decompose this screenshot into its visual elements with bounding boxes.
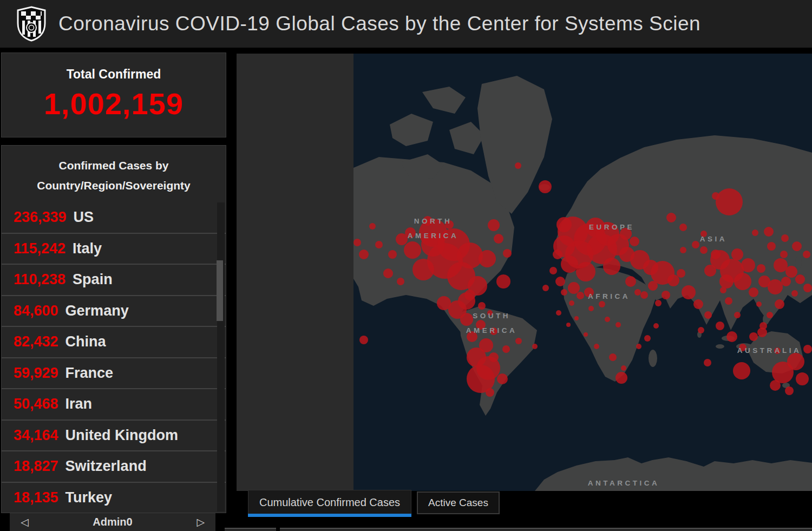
case-dot[interactable]	[795, 274, 805, 284]
country-row[interactable]: 50,468Iran	[2, 389, 226, 421]
case-dot[interactable]	[770, 380, 781, 391]
case-dot[interactable]	[568, 282, 580, 294]
case-dot[interactable]	[553, 250, 562, 259]
case-dot[interactable]	[588, 306, 594, 311]
case-dot[interactable]	[359, 336, 368, 344]
case-dot[interactable]	[397, 278, 404, 285]
case-dot[interactable]	[679, 224, 687, 231]
country-row[interactable]: 115,242Italy	[2, 234, 226, 265]
list-scrollbar-track[interactable]	[217, 202, 225, 512]
case-dot[interactable]	[515, 338, 522, 344]
case-dot[interactable]	[693, 299, 703, 309]
case-dot[interactable]	[496, 274, 510, 289]
case-dot[interactable]	[464, 290, 475, 300]
case-dot[interactable]	[369, 223, 376, 230]
case-dot[interactable]	[615, 322, 621, 327]
pager-next-icon[interactable]: ▷	[197, 517, 205, 527]
case-dot[interactable]	[719, 274, 734, 289]
list-scrollbar-thumb[interactable]	[217, 260, 223, 321]
case-dot[interactable]	[539, 180, 552, 193]
country-row[interactable]: 236,339US	[2, 202, 226, 234]
case-dot[interactable]	[615, 372, 627, 384]
case-dot[interactable]	[716, 322, 724, 330]
case-dot[interactable]	[479, 250, 496, 267]
case-dot[interactable]	[503, 249, 512, 258]
case-dot[interactable]	[698, 327, 704, 333]
case-dot[interactable]	[494, 234, 503, 244]
case-dot[interactable]	[752, 230, 758, 236]
case-dot[interactable]	[662, 291, 670, 299]
case-dot[interactable]	[375, 241, 383, 248]
case-dot[interactable]	[725, 297, 732, 305]
case-dot[interactable]	[486, 388, 494, 397]
case-dot[interactable]	[460, 313, 473, 326]
case-dot[interactable]	[497, 373, 508, 384]
case-dot[interactable]	[711, 250, 721, 259]
case-dot[interactable]	[388, 250, 397, 259]
case-dot[interactable]	[803, 251, 810, 258]
case-dot[interactable]	[775, 299, 784, 309]
case-dot[interactable]	[621, 365, 626, 371]
case-dot[interactable]	[792, 241, 802, 251]
case-dot[interactable]	[359, 250, 369, 259]
case-dot[interactable]	[383, 268, 393, 278]
case-dot[interactable]	[574, 316, 579, 320]
case-dot[interactable]	[549, 267, 557, 274]
case-dot[interactable]	[412, 259, 434, 280]
case-dot[interactable]	[781, 277, 791, 286]
pager-prev-icon[interactable]: ◁	[21, 517, 29, 527]
case-dot[interactable]	[734, 312, 741, 318]
case-dot[interactable]	[577, 292, 584, 299]
case-dot[interactable]	[584, 332, 588, 337]
case-dot[interactable]	[764, 227, 774, 237]
case-dot[interactable]	[566, 323, 571, 327]
case-dot[interactable]	[648, 281, 658, 291]
case-dot[interactable]	[704, 311, 712, 319]
case-dot[interactable]	[644, 335, 651, 342]
case-dot[interactable]	[731, 248, 743, 260]
case-dot[interactable]	[576, 262, 595, 281]
country-row[interactable]: 18,135Turkey	[2, 483, 226, 513]
case-dot[interactable]	[594, 344, 599, 349]
case-dot[interactable]	[636, 344, 641, 349]
case-dot[interactable]	[489, 352, 499, 362]
case-dot[interactable]	[478, 302, 486, 310]
case-dot[interactable]	[609, 353, 617, 361]
case-dot[interactable]	[774, 258, 788, 272]
country-row[interactable]: 82,432China	[2, 327, 226, 358]
case-dot[interactable]	[741, 258, 755, 272]
case-dot[interactable]	[781, 234, 789, 242]
case-dot[interactable]	[561, 289, 567, 296]
case-dot[interactable]	[791, 290, 798, 297]
case-dot[interactable]	[680, 247, 686, 253]
tab-active-cases[interactable]: Active Cases	[417, 491, 500, 514]
country-row[interactable]: 34,164United Kingdom	[2, 421, 226, 452]
case-dot[interactable]	[542, 285, 549, 291]
tab-cumulative-confirmed-cases[interactable]: Cumulative Confirmed Cases	[248, 490, 411, 514]
case-dot[interactable]	[625, 276, 636, 287]
case-dot[interactable]	[599, 301, 605, 307]
case-dot[interactable]	[796, 372, 809, 385]
case-dot[interactable]	[634, 289, 641, 296]
case-dot[interactable]	[532, 344, 538, 349]
case-dot[interactable]	[749, 332, 758, 341]
case-dot[interactable]	[666, 213, 676, 222]
case-dot[interactable]	[655, 300, 662, 306]
case-dot[interactable]	[682, 285, 696, 299]
case-dot[interactable]	[515, 162, 521, 169]
case-dot[interactable]	[757, 327, 767, 337]
case-dot[interactable]	[767, 312, 773, 318]
case-dot[interactable]	[603, 258, 620, 275]
case-dot[interactable]	[803, 284, 812, 292]
case-dot[interactable]	[677, 269, 685, 278]
case-dot[interactable]	[768, 279, 783, 294]
case-dot[interactable]	[353, 239, 361, 246]
case-dot[interactable]	[785, 266, 797, 278]
case-dot[interactable]	[667, 274, 679, 286]
case-dot[interactable]	[488, 219, 500, 231]
case-dot[interactable]	[785, 386, 794, 395]
case-dot[interactable]	[700, 246, 708, 254]
case-dot[interactable]	[757, 264, 765, 273]
case-dot[interactable]	[569, 300, 574, 306]
case-dot[interactable]	[704, 265, 716, 277]
